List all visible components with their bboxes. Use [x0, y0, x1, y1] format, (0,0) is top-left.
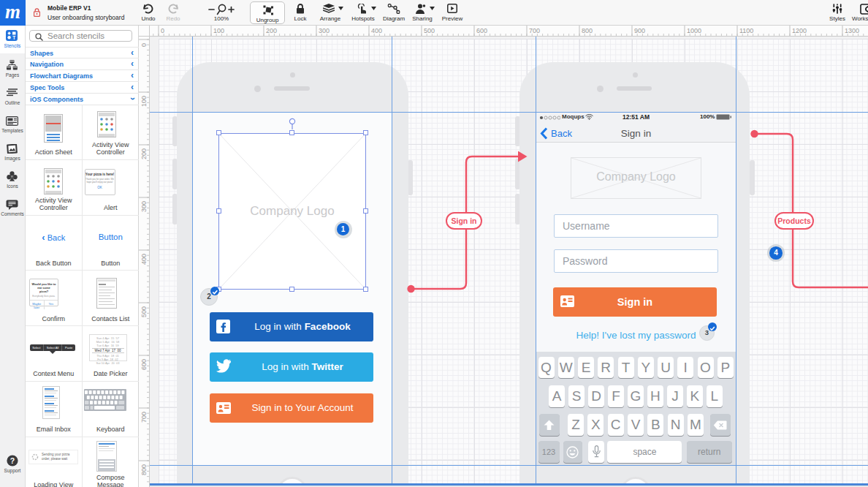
svg-text:400: 400 [140, 254, 148, 265]
svg-text:Products: Products [777, 216, 811, 225]
svg-text:200: 200 [266, 27, 277, 34]
svg-text:500: 500 [424, 27, 435, 34]
svg-text:Sign in: Sign in [452, 216, 477, 225]
svg-text:700: 700 [529, 27, 540, 34]
svg-text:0: 0 [161, 27, 164, 34]
svg-text:1100: 1100 [739, 27, 753, 34]
svg-text:1000: 1000 [687, 27, 701, 34]
svg-text:1300: 1300 [845, 27, 859, 34]
svg-text:400: 400 [371, 27, 382, 34]
svg-text:0: 0 [140, 43, 148, 47]
svg-text:800: 800 [582, 27, 593, 34]
svg-text:600: 600 [140, 359, 148, 370]
svg-text:300: 300 [140, 201, 148, 212]
svg-text:T: T [12, 35, 15, 40]
svg-text:?: ? [10, 456, 15, 465]
svg-text:300: 300 [319, 27, 330, 34]
svg-text:800: 800 [140, 464, 148, 475]
svg-text:100: 100 [140, 96, 148, 107]
svg-text:100: 100 [213, 27, 224, 34]
svg-text:500: 500 [140, 306, 148, 317]
svg-text:1200: 1200 [792, 27, 807, 34]
svg-text:700: 700 [140, 412, 148, 423]
svg-text:600: 600 [476, 27, 487, 34]
svg-text:200: 200 [140, 148, 148, 159]
svg-text:900: 900 [634, 27, 645, 34]
